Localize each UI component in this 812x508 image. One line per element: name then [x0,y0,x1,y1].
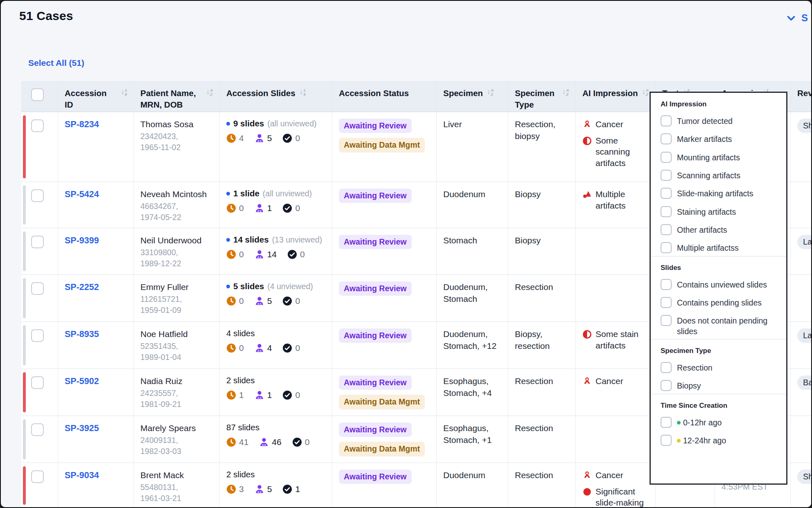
filter-checkbox[interactable] [661,279,672,290]
ai-impression-label: Multiple artifacts [595,189,649,211]
filter-option-label: Slide-making artifacts [677,188,753,199]
filter-option-label: Scanning artifacts [677,170,740,181]
column-header-accession-status[interactable]: Accession Status [332,81,437,112]
column-header-revi[interactable]: Revi [791,81,812,112]
filter-option-contains-unviewed-slides[interactable]: Contains unviewed slides [661,279,776,290]
slides-counter-clock: 0 [226,296,244,306]
column-header-accession-slides[interactable]: Accession Slides↓19 [220,81,332,112]
column-header-accession-id[interactable]: Accession ID↓19 [58,81,134,112]
row-checkbox[interactable] [31,189,44,202]
status-cell: Awaiting ReviewAwaiting Data Mgmt [332,112,437,182]
ai-impression-cell [576,228,656,274]
row-checkbox[interactable] [31,376,44,389]
column-header-patient-name-mrn-dob[interactable]: Patient Name, MRN, DOB↓AZ [134,81,220,112]
cases-page: 51 Cases S Select All (51) Accession ID↓… [0,0,812,508]
filter-checkbox[interactable] [661,297,672,308]
slides-cell: 2 slides351 [220,463,332,508]
filter-section-slides: SlidesContains unviewed slidesContains p… [651,256,786,339]
accession-id-link[interactable]: SP-9034 [65,470,99,481]
specimen-type-cell: Biopsy [508,182,576,228]
column-header-specimen[interactable]: Specimen↓AZ [437,81,508,112]
filter-option-biopsy[interactable]: Biopsy [661,380,776,391]
row-checkbox[interactable] [31,119,44,132]
row-checkbox[interactable] [31,423,44,436]
patient-mrn: 24235557, [140,388,213,398]
counter-value: 5 [267,296,272,306]
filter-checkbox[interactable] [661,206,672,217]
accession-id-link[interactable]: SP-8234 [65,119,99,130]
slide-dot-icon [226,192,230,196]
row-select-cell [21,416,58,463]
filter-option-12-24hr-ago[interactable]: 12-24hr ago [661,435,776,446]
column-header-specimen-type[interactable]: Specimen Type↓AZ [508,81,576,112]
specimen-cell: Duodenum [437,463,508,508]
patient-name: Brent Mack [140,470,213,481]
column-header-ai-impression[interactable]: AI Impression↓AZ [576,81,656,112]
filter-checkbox[interactable] [661,380,672,391]
row-checkbox[interactable] [31,282,44,295]
filter-option-label: 0-12hr ago [677,417,722,428]
filter-option-label: Multiple artifactss [677,242,739,253]
filter-checkbox[interactable] [661,435,672,446]
filter-checkbox[interactable] [661,115,672,126]
row-select-cell [21,182,58,228]
filter-option-marker-artifacts[interactable]: Marker artifacts [661,133,776,144]
patient-dob: 1989-12-22 [140,258,213,269]
sort-icon: ↓AZ [642,88,649,97]
sort-icon: ↓19 [300,88,306,97]
accession-id-link[interactable]: SP-5424 [65,189,99,200]
row-checkbox[interactable] [31,470,44,483]
filter-checkbox[interactable] [661,362,672,373]
filter-option-multiple-artifactss[interactable]: Multiple artifactss [661,242,776,253]
filter-checkbox[interactable] [661,152,672,163]
patient-mrn: 23420423, [140,131,213,142]
accession-id-link[interactable]: SP-5902 [65,375,99,387]
filter-option-scanning-artifacts[interactable]: Scanning artifacts [661,170,776,181]
filter-option-slide-making-artifacts[interactable]: Slide-making artifacts [661,188,776,199]
filter-option-staining-artifacts[interactable]: Staining artifacts [661,206,776,217]
filter-checkbox[interactable] [661,315,672,326]
filter-checkbox[interactable] [661,242,672,253]
filter-option-contains-pending-slides[interactable]: Contains pending slides [661,297,776,308]
cancer-ribbon-icon [582,377,592,386]
filter-checkbox[interactable] [661,224,672,235]
specimen-type-cell: Resection [508,416,576,463]
pathologist-icon [255,203,264,213]
select-all-link[interactable]: Select All (51) [28,58,84,68]
filter-checkbox[interactable] [661,133,672,144]
filter-option-0-12hr-ago[interactable]: 0-12hr ago [661,417,776,428]
filter-checkbox[interactable] [661,417,672,428]
filter-checkbox[interactable] [661,188,672,199]
counter-value: 3 [239,484,244,494]
counter-value: 0 [239,296,244,306]
filter-option-mounting-artifacts[interactable]: Mounting artifacts [661,152,776,163]
slides-counter-clock: 1 [226,390,244,400]
ai-impression-item: Some scanning artifacts [582,135,649,169]
accession-id-link[interactable]: SP-3925 [65,423,99,434]
filter-option-other-artifacts[interactable]: Other artifacts [661,224,776,235]
select-all-checkbox[interactable] [31,88,44,101]
accession-id-link[interactable]: SP-2252 [65,281,99,292]
slides-count: 4 slides [226,328,255,338]
clock-icon [226,343,236,353]
patient-mrn-dob: 46634267,1974-05-22 [140,201,213,223]
row-accent-bar [23,325,26,365]
slides-counters: 010 [226,203,325,213]
status-badge: Awaiting Review [339,189,412,203]
slides-counters: 0140 [226,250,325,259]
row-checkbox[interactable] [31,329,44,342]
filter-option-does-not-contain-pending-slides[interactable]: Does not contain pending slides [661,315,776,337]
patient-cell: Nadia Ruiz24235557,1981-09-21 [134,369,220,416]
patient-mrn-dob: 33109800,1989-12-22 [140,247,213,269]
row-checkbox[interactable] [31,236,44,248]
clock-icon [226,250,236,259]
accession-id-link[interactable]: SP-9399 [65,235,99,246]
check-circle-icon [282,390,292,400]
sort-button[interactable]: S [786,12,808,24]
accession-id-link[interactable]: SP-8935 [65,328,99,339]
filter-checkbox[interactable] [661,170,672,181]
filter-option-label: Tumor detected [677,115,733,126]
filter-option-tumor-detected[interactable]: Tumor detected [661,115,776,126]
status-cell: Awaiting Review [332,182,437,228]
filter-option-resection[interactable]: Resection [661,362,776,373]
